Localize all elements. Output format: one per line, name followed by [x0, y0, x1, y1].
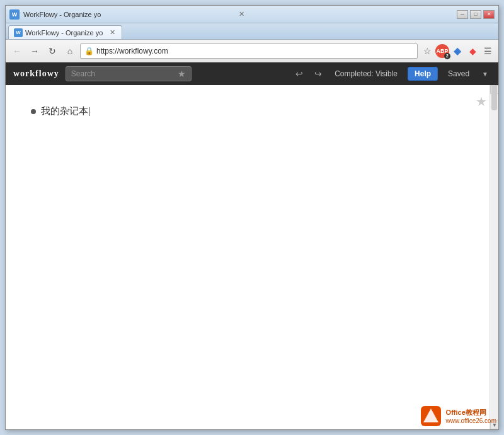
- menu-icon[interactable]: ☰: [481, 44, 495, 58]
- bookmark-star-icon[interactable]: ☆: [420, 44, 434, 58]
- completed-button[interactable]: Completed: Visible: [331, 68, 401, 79]
- search-bookmark-icon: ★: [178, 69, 186, 79]
- watermark-icon: [420, 405, 442, 427]
- tab-close-btn[interactable]: ✕: [108, 28, 117, 37]
- window-controls: ─ □ ✕: [457, 10, 495, 19]
- nav-right-icons: ☆ ABP ◆ ◆ ☰: [420, 44, 495, 58]
- watermark-text: Office教程网 www.office26.com: [446, 408, 496, 424]
- bullet-text[interactable]: 我的杂记本: [41, 105, 89, 117]
- scrollbar-track[interactable]: ▲ ▼: [490, 85, 498, 429]
- title-favicon: W: [9, 9, 20, 20]
- wf-toolbar: workflowy ★ ↩ ↪ Completed: Visible Help …: [6, 62, 498, 85]
- tab-close-icon[interactable]: ✕: [237, 10, 246, 19]
- search-input[interactable]: [71, 69, 175, 78]
- list-item: 我的杂记本: [31, 104, 473, 119]
- reload-button[interactable]: ↻: [45, 44, 60, 59]
- undo-button[interactable]: ↩: [293, 67, 306, 80]
- tab-title: WorkFlowy - Organize yo: [25, 29, 103, 37]
- search-box[interactable]: ★: [66, 66, 192, 81]
- restore-button[interactable]: □: [470, 10, 481, 19]
- active-tab[interactable]: W WorkFlowy - Organize yo ✕: [8, 25, 122, 39]
- watermark: Office教程网 www.office26.com: [420, 405, 496, 427]
- back-button[interactable]: ←: [9, 44, 25, 59]
- title-bar: W WorkFlowy - Organize yo ✕ ─ □ ✕: [6, 6, 498, 23]
- title-bar-text: WorkFlowy - Organize yo: [23, 11, 234, 18]
- saved-button[interactable]: Saved: [444, 68, 473, 79]
- wf-logo: workflowy: [13, 69, 59, 79]
- main-content: ★ 我的杂记本 ▲ ▼: [6, 85, 498, 429]
- forward-button[interactable]: →: [27, 44, 42, 59]
- address-bar[interactable]: 🔒 https://workflowy.com: [80, 44, 418, 59]
- content-star-icon[interactable]: ★: [476, 94, 487, 109]
- minimize-button[interactable]: ─: [457, 10, 468, 19]
- tab-favicon: W: [14, 28, 23, 37]
- url-text: https://workflowy.com: [96, 47, 413, 55]
- browser-icon-1[interactable]: ◆: [450, 44, 464, 58]
- adblock-icon[interactable]: ABP: [435, 44, 449, 58]
- browser-icon-2[interactable]: ◆: [466, 44, 479, 58]
- nav-bar: ← → ↻ ⌂ 🔒 https://workflowy.com ☆ ABP ◆ …: [6, 40, 498, 62]
- lock-icon: 🔒: [84, 47, 94, 55]
- bullet-list: 我的杂记本: [31, 104, 473, 119]
- dropdown-arrow-icon[interactable]: ▼: [479, 69, 491, 79]
- home-button[interactable]: ⌂: [62, 44, 77, 59]
- tabs-row: W WorkFlowy - Organize yo ✕: [6, 23, 498, 40]
- text-cursor: [89, 107, 89, 116]
- help-button[interactable]: Help: [408, 67, 438, 81]
- scrollbar-thumb[interactable]: [491, 85, 497, 110]
- content-area: ★ 我的杂记本: [6, 85, 498, 429]
- redo-button[interactable]: ↪: [312, 67, 324, 80]
- close-button[interactable]: ✕: [483, 10, 495, 19]
- bullet-dot[interactable]: [31, 109, 36, 114]
